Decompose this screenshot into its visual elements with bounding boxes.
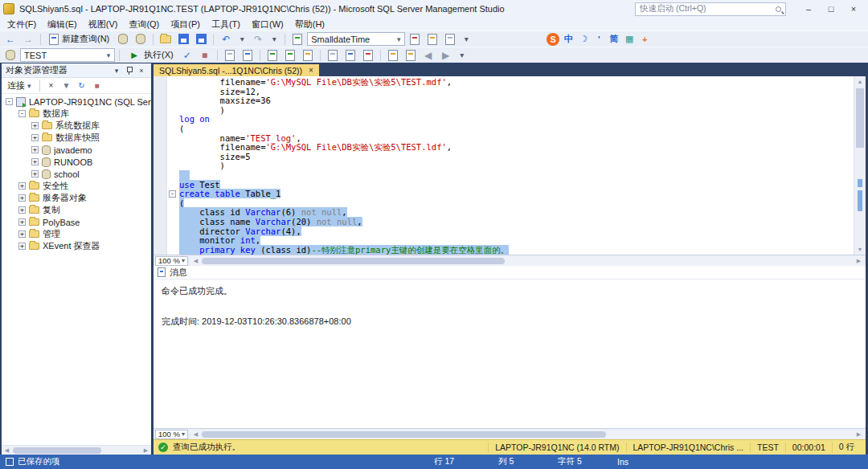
toolbar-options-icon[interactable]: ▾ (460, 32, 473, 47)
ime-simplified-icon[interactable]: 简 (608, 33, 620, 46)
wrench-icon[interactable] (424, 32, 440, 47)
scroll-left-icon[interactable]: ◀ (2, 446, 12, 455)
expand-icon[interactable]: + (31, 158, 39, 165)
scroll-down-icon[interactable]: ▼ (854, 244, 866, 255)
editor-hscrollbar[interactable]: ◀ ▶ (190, 256, 864, 266)
ime-lang-icon[interactable]: 中 (562, 33, 575, 46)
database-engine-query-icon[interactable] (115, 32, 131, 47)
save-icon[interactable] (175, 32, 191, 47)
results-to-text-icon[interactable] (325, 48, 341, 63)
undo-dropdown-icon[interactable]: ▾ (235, 32, 248, 47)
results-to-grid-icon[interactable] (342, 48, 358, 63)
properties-icon[interactable] (442, 32, 458, 47)
expand-icon[interactable]: + (18, 218, 26, 226)
decrease-indent-icon[interactable]: ◀ (420, 48, 436, 63)
code-editor-pane[interactable]: filename='G:\MySQL File\DB实验\实验5\TEST.md… (154, 76, 866, 255)
save-all-icon[interactable] (193, 32, 209, 47)
expand-icon[interactable]: + (31, 146, 39, 153)
scroll-right-icon[interactable]: ▶ (854, 430, 864, 439)
expand-icon[interactable]: + (31, 122, 39, 129)
maximize-button[interactable]: □ (820, 1, 842, 17)
collapse-icon[interactable]: - (6, 98, 13, 105)
tree-node-3[interactable]: +数据库快照 (2, 132, 151, 144)
menu-item-7[interactable]: 帮助(H) (289, 18, 330, 31)
menu-item-2[interactable]: 视图(V) (83, 18, 124, 31)
back-icon[interactable]: ← (2, 32, 18, 47)
scroll-left-icon[interactable]: ◀ (190, 256, 201, 266)
ime-punct-icon[interactable]: ' (592, 33, 605, 46)
tree-node-5[interactable]: +RUNOOB (2, 156, 151, 168)
scroll-right-icon[interactable]: ▶ (854, 256, 864, 266)
editor-vscrollbar[interactable]: ▲ ▼ (854, 76, 866, 255)
code-editor[interactable]: filename='G:\MySQL File\DB实验\实验5\TEST.md… (154, 78, 854, 255)
tree-node-8[interactable]: +服务器对象 (2, 192, 151, 204)
query-options-icon[interactable] (222, 48, 238, 63)
refresh-icon[interactable]: ↻ (76, 79, 88, 93)
redo-dropdown-icon[interactable]: ▾ (268, 32, 280, 47)
forward-icon[interactable]: → (20, 32, 36, 47)
disconnect-icon[interactable]: × (45, 79, 58, 93)
database-combo[interactable]: TEST ▾ (20, 48, 115, 62)
connect-button[interactable]: 连接 ▾ (4, 79, 35, 92)
expand-icon[interactable]: + (18, 206, 26, 214)
intellisense-icon[interactable] (240, 48, 256, 63)
ime-keyboard-icon[interactable]: ▦ (623, 33, 636, 46)
tree-node-9[interactable]: +复制 (2, 204, 151, 216)
comment-icon[interactable] (385, 48, 401, 63)
tree-node-2[interactable]: +系统数据库 (2, 120, 151, 132)
live-stats-icon[interactable] (282, 48, 298, 63)
open-file-icon[interactable] (158, 32, 174, 47)
filter-icon[interactable]: ▼ (60, 79, 73, 93)
scrollbar-thumb[interactable] (13, 447, 101, 454)
menu-item-0[interactable]: 文件(F) (2, 18, 42, 31)
execute-button[interactable]: ▶ 执行(X) (124, 48, 178, 63)
quick-launch-input[interactable]: 快速启动 (Ctrl+Q) (635, 2, 786, 16)
toolbar-options-icon[interactable]: ▾ (456, 48, 469, 63)
minimize-button[interactable]: – (797, 1, 820, 17)
messages-tab-label[interactable]: 消息 (170, 267, 187, 279)
expand-icon[interactable]: + (18, 230, 26, 238)
scrollbar-thumb[interactable] (202, 431, 606, 438)
parse-check-icon[interactable]: ✓ (179, 48, 195, 63)
ime-logo-icon[interactable]: S (547, 33, 559, 46)
tree-node-12[interactable]: +XEvent 探查器 (2, 240, 151, 252)
messages-zoom-combo[interactable]: 100 % ▾ (155, 430, 188, 439)
current-database-icon[interactable] (2, 48, 18, 63)
menu-item-4[interactable]: 项目(P) (165, 18, 206, 31)
menu-item-3[interactable]: 查询(Q) (123, 18, 165, 31)
expand-icon[interactable]: + (18, 194, 26, 202)
uncomment-icon[interactable] (403, 48, 419, 63)
tree-node-7[interactable]: +安全性 (2, 180, 151, 192)
menu-item-5[interactable]: 工具(T) (206, 18, 246, 31)
close-button[interactable]: × (842, 1, 865, 17)
increase-indent-icon[interactable]: ▶ (438, 48, 454, 63)
stop-icon[interactable]: ■ (91, 79, 104, 93)
undo-icon[interactable]: ↶ (218, 32, 234, 47)
tree-node-11[interactable]: +管理 (2, 228, 151, 240)
scroll-left-icon[interactable]: ◀ (190, 430, 201, 439)
results-to-file-icon[interactable] (360, 48, 376, 63)
tree-node-10[interactable]: +PolyBase (2, 216, 151, 228)
close-panel-icon[interactable]: × (136, 67, 147, 75)
menu-item-1[interactable]: 编辑(E) (42, 18, 83, 31)
object-explorer-hscrollbar[interactable]: ◀ ▶ (2, 445, 151, 455)
marker-icon[interactable] (407, 32, 423, 47)
activity-monitor-icon[interactable] (289, 32, 305, 47)
scroll-up-icon[interactable]: ▲ (854, 76, 866, 87)
tab-close-icon[interactable]: × (309, 66, 313, 75)
ime-halfwidth-icon[interactable]: ☽ (577, 33, 590, 46)
new-query-button[interactable]: 新建查询(N) (45, 32, 113, 47)
collapse-icon[interactable]: - (18, 110, 26, 117)
client-stats-icon[interactable] (300, 48, 316, 63)
expand-icon[interactable]: + (31, 170, 39, 177)
menu-item-6[interactable]: 窗口(W) (246, 18, 289, 31)
ime-toolbox-icon[interactable]: + (638, 33, 651, 46)
analysis-query-icon[interactable] (133, 32, 149, 47)
scroll-right-icon[interactable]: ▶ (141, 446, 151, 455)
scrollbar-thumb[interactable] (856, 88, 864, 148)
tab-sqlshiyan5[interactable]: SQLShiyan5.sql -...1Q1NC\Chris (52)) × (154, 64, 319, 76)
expand-icon[interactable]: + (18, 182, 26, 190)
scrollbar-thumb[interactable] (202, 258, 505, 264)
execution-plan-icon[interactable] (264, 48, 280, 63)
tree-node-1[interactable]: -数据库 (2, 108, 151, 120)
